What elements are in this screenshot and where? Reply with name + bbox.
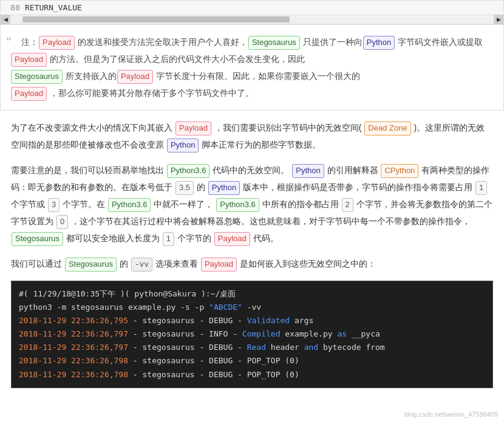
tag-35: 3.5	[175, 181, 194, 195]
p1-text2: ，我们需要识别出字节码中的无效空间(	[214, 123, 362, 132]
cmd-end: -vv	[242, 303, 261, 312]
log-after-2a: example.py	[285, 329, 337, 338]
p3-text4: 是如何嵌入到这些无效空间之中的：	[240, 259, 376, 268]
log-line-3: 2018-11-29 22:36:26,797 - stegosaurus - …	[19, 341, 485, 354]
p1-text4: 脚本正常行为的那些字节数据。	[202, 140, 321, 149]
log-rest-1: - stegosaurus - DEBUG -	[133, 316, 247, 325]
terminal-command: python3 -m stegosaurus example.py -s -p …	[19, 301, 485, 314]
tag-python36-2: Python3.6	[108, 198, 151, 212]
log-keyword-3b: and	[304, 343, 318, 352]
tag-python36-3: Python3.6	[216, 198, 259, 212]
log-rest-4: - stegosaurus - DEBUG - POP_TOP (0)	[133, 356, 299, 365]
code-text: RETURN_VALUE	[25, 3, 82, 12]
line-number: 80	[5, 3, 20, 12]
log-line-1: 2018-11-29 22:36:26,795 - stegosaurus - …	[19, 314, 485, 327]
log-line-4: 2018-11-29 22:36:26,798 - stegosaurus - …	[19, 354, 485, 368]
tag-0: 0	[56, 215, 68, 229]
tag-payload-p3: Payload	[201, 258, 237, 272]
tag-stegosaurus-p3: Stegosaurus	[65, 258, 117, 272]
tag-python-p2b: Python	[208, 181, 240, 195]
tag-payload-p2: Payload	[214, 232, 250, 246]
log-keyword-3: Read	[247, 343, 266, 352]
log-after-3a: header	[271, 343, 304, 352]
p2-text1: 需要注意的是，我们可以轻而易举地找出	[11, 165, 164, 175]
log-keyword-1: Validated	[247, 316, 290, 325]
note-text-2: 只提供了一种向	[303, 37, 363, 47]
tag-python-1: Python	[363, 36, 395, 50]
content-area: 为了在不改变源文件大小的情况下向其嵌入 Payload ，我们需要识别出字节码中…	[0, 111, 504, 397]
cmd-string: "ABCDE"	[209, 303, 242, 312]
code-header: 80 RETURN_VALUE	[0, 0, 504, 15]
log-after-3b: bytecode from	[323, 343, 385, 352]
terminal-block: #( 11/29/18@10:35下午 )( python@Sakura ):~…	[11, 281, 493, 388]
note-text-3: 字节码文件嵌入或提取	[398, 37, 483, 47]
tag-payload-3: Payload	[117, 70, 153, 84]
p2-text2: 代码中的无效空间。	[213, 165, 289, 175]
note-text-7: ，那么你可能要将其分散存储于多个字节码文件中了。	[50, 88, 254, 98]
log-date-3: 2018-11-29 22:36:26,797	[19, 343, 128, 352]
tag-python-p2: Python	[292, 164, 324, 178]
p2-text15: 代码。	[253, 233, 279, 243]
note-text-6: 字节长度十分有限。因此，如果你需要嵌入一个很大的	[156, 71, 360, 81]
paragraph-3: 我们可以通过 Stegosaurus 的 -vv 选项来查看 Payload 是…	[11, 255, 493, 272]
scroll-right-arrow[interactable]: ▶	[494, 15, 503, 24]
tag-2: 2	[342, 198, 353, 212]
p2-text12: ，这个字节在其运行过程中将会被解释器忽略。这也就意味着，对于字节码中每一个不带参…	[71, 216, 471, 226]
paragraph-2: 需要注意的是，我们可以轻而易举地找出 Python3.6 代码中的无效空间。 P…	[11, 162, 493, 247]
terminal-prompt: #( 11/29/18@10:35下午 )( python@Sakura ):~…	[19, 287, 485, 301]
note-text-intro: 注：	[21, 37, 38, 47]
note-text-4: 的方法。但是为了保证嵌入之后的代码文件大小不会发生变化，因此	[50, 54, 305, 64]
tag-3: 3	[48, 198, 60, 212]
cmd-text: python3 -m stegosaurus example.py -s -p	[19, 303, 209, 312]
scroll-thumb[interactable]	[22, 16, 290, 22]
scrollbar-track[interactable]: ◀ ▶	[0, 15, 504, 24]
p2-text8: 个字节。在	[63, 199, 105, 209]
p1-text1: 为了在不改变源文件大小的情况下向其嵌入	[11, 123, 172, 132]
quote-mark: "	[7, 30, 11, 54]
note-text-1: 的发送和接受方法完全取决于用户个人喜好，	[78, 37, 248, 47]
tag-payload-p1: Payload	[175, 121, 211, 135]
log-rest-3: - stegosaurus - DEBUG -	[133, 343, 247, 352]
tag-vv: -vv	[131, 258, 152, 272]
tag-payload-2: Payload	[11, 53, 47, 67]
p2-text9: 中就不一样了，	[154, 199, 213, 209]
tag-stegosaurus-1: Stegosaurus	[248, 36, 300, 50]
log-rest-2: - stegosaurus - INFO -	[133, 329, 242, 338]
log-after-1: args	[295, 316, 313, 325]
p3-text1: 我们可以通过	[11, 259, 62, 268]
tag-1b: 1	[163, 232, 174, 246]
log-date-5: 2018-11-29 22:36:26,798	[19, 370, 128, 379]
log-keyword-2: Compiled	[242, 329, 281, 338]
p2-text10: 中所有的指令都占用	[262, 199, 339, 209]
log-keyword-2b: as	[337, 329, 347, 338]
log-date-1: 2018-11-29 22:36:26,795	[19, 316, 128, 325]
p2-text13: 都可以安全地嵌入长度为	[66, 233, 160, 243]
tag-payload-4: Payload	[11, 87, 47, 101]
p2-text14: 个字节的	[177, 233, 211, 243]
tag-python-p1: Python	[167, 138, 199, 152]
prompt-text: #( 11/29/18@10:35下午 )( python@Sakura ):~…	[19, 289, 236, 298]
log-date-4: 2018-11-29 22:36:26,798	[19, 356, 128, 365]
tag-1: 1	[475, 181, 487, 195]
p2-text3: 的引用解释器	[327, 165, 378, 175]
note-block: " 注：Payload 的发送和接受方法完全取决于用户个人喜好，Stegosau…	[0, 24, 504, 111]
tag-stegosaurus-2: Stegosaurus	[11, 70, 63, 84]
p3-text2: 的	[120, 259, 128, 268]
scroll-left-arrow[interactable]: ◀	[1, 15, 10, 24]
note-text-5: 所支持嵌入的	[66, 71, 117, 81]
tag-stegosaurus-p2: Stegosaurus	[12, 232, 63, 246]
p2-text6: 版本中，根据操作码是否带参，字节码的操作指令将需要占用	[243, 182, 472, 192]
tag-payload-1: Payload	[39, 36, 75, 50]
p3-text3: 选项来查看	[155, 259, 198, 268]
tag-python36-1: Python3.6	[167, 164, 210, 178]
log-rest-5: - stegosaurus - DEBUG - POP_TOP (0)	[133, 370, 299, 379]
p2-text7: 个字节或	[11, 199, 45, 209]
log-line-2: 2018-11-29 22:36:26,797 - stegosaurus - …	[19, 327, 485, 341]
p2-text5: 的	[197, 182, 205, 192]
page-wrapper: 80 RETURN_VALUE ◀ ▶ " 注：Payload 的发送和接受方法…	[0, 0, 504, 397]
paragraph-1: 为了在不改变源文件大小的情况下向其嵌入 Payload ，我们需要识别出字节码中…	[11, 119, 493, 153]
log-date-2: 2018-11-29 22:36:26,797	[19, 329, 128, 338]
log-line-5: 2018-11-29 22:36:26,798 - stegosaurus - …	[19, 368, 485, 381]
tag-dead-zone: Dead Zone	[364, 121, 410, 135]
log-after-2b: __pyca	[352, 329, 380, 338]
